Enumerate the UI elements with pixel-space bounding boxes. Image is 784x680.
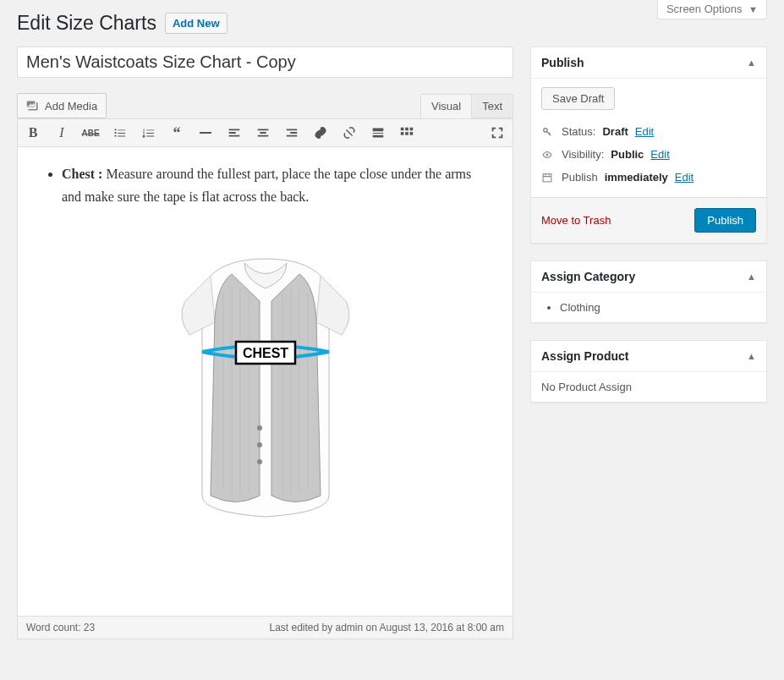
- svg-rect-2: [405, 128, 408, 131]
- post-title-input[interactable]: [17, 47, 513, 78]
- bullet-list-button[interactable]: [111, 124, 128, 141]
- product-empty-text: No Product Assign: [541, 381, 632, 393]
- unlink-button[interactable]: [341, 124, 358, 141]
- align-right-button[interactable]: [283, 124, 300, 141]
- svg-rect-3: [410, 128, 414, 131]
- tab-visual[interactable]: Visual: [420, 94, 472, 118]
- page-header: Edit Size Charts Add New: [17, 0, 767, 35]
- category-item: Clothing: [560, 301, 756, 314]
- add-media-label: Add Media: [45, 100, 97, 112]
- word-count: Word count: 23: [26, 622, 95, 633]
- chevron-up-icon: ▲: [747, 351, 756, 361]
- product-box: Assign Product ▲ No Product Assign: [530, 340, 767, 403]
- product-box-header[interactable]: Assign Product ▲: [531, 341, 766, 372]
- screen-options-toggle[interactable]: Screen Options ▼: [657, 0, 767, 19]
- content-line: Chest : Measure around the fullest part,…: [62, 162, 489, 208]
- image-label-text: CHEST: [242, 346, 288, 360]
- align-left-button[interactable]: [226, 124, 243, 141]
- page-title: Edit Size Charts: [17, 12, 156, 35]
- svg-rect-0: [200, 132, 211, 134]
- category-box: Assign Category ▲ Clothing: [530, 260, 767, 323]
- edit-visibility-link[interactable]: Edit: [650, 148, 669, 161]
- numbered-list-button[interactable]: [140, 124, 156, 141]
- category-box-header[interactable]: Assign Category ▲: [531, 261, 766, 293]
- content-editor[interactable]: Chest : Measure around the fullest part,…: [17, 147, 513, 617]
- schedule-row: Publish immediately Edit: [541, 166, 756, 189]
- status-row: Status: Draft Edit: [541, 120, 756, 143]
- editor-toolbar: B I ABE “: [17, 118, 513, 147]
- publish-box-header[interactable]: Publish ▲: [531, 47, 766, 79]
- hr-button[interactable]: [197, 124, 214, 141]
- svg-point-9: [257, 459, 262, 464]
- calendar-icon: [541, 172, 555, 184]
- strikethrough-button[interactable]: ABE: [82, 124, 99, 141]
- media-icon: [26, 99, 40, 112]
- move-to-trash-link[interactable]: Move to Trash: [541, 214, 611, 227]
- edit-status-link[interactable]: Edit: [635, 125, 654, 138]
- content-image: CHEST: [41, 242, 489, 521]
- chevron-up-icon: ▲: [747, 58, 756, 68]
- italic-button[interactable]: I: [53, 124, 70, 141]
- more-tag-button[interactable]: [370, 124, 387, 141]
- publish-box: Publish ▲ Save Draft Status: Draft Edit …: [530, 47, 767, 244]
- toolbar-toggle-button[interactable]: [398, 124, 415, 141]
- tab-text[interactable]: Text: [472, 94, 513, 118]
- editor-mode-tabs: Visual Text: [420, 94, 513, 118]
- fullscreen-button[interactable]: [489, 124, 506, 141]
- svg-rect-5: [405, 132, 408, 135]
- publish-box-title: Publish: [541, 56, 584, 69]
- screen-options-label: Screen Options: [666, 3, 743, 15]
- content-text: Measure around the fullest part, place t…: [62, 167, 471, 204]
- visibility-row: Visibility: Public Edit: [541, 143, 756, 166]
- add-media-button[interactable]: Add Media: [17, 93, 107, 118]
- save-draft-button[interactable]: Save Draft: [541, 87, 615, 110]
- editor-status-bar: Word count: 23 Last edited by admin on A…: [17, 617, 513, 639]
- bold-button[interactable]: B: [25, 124, 41, 141]
- blockquote-button[interactable]: “: [168, 124, 185, 141]
- last-edited: Last edited by admin on August 13, 2016 …: [269, 622, 504, 633]
- svg-point-8: [257, 442, 262, 447]
- align-center-button[interactable]: [255, 124, 271, 141]
- publish-button[interactable]: Publish: [694, 208, 756, 233]
- category-box-title: Assign Category: [541, 270, 635, 283]
- add-new-button[interactable]: Add New: [165, 13, 228, 34]
- product-box-title: Assign Product: [541, 349, 628, 363]
- svg-rect-13: [543, 173, 551, 181]
- svg-rect-4: [401, 132, 404, 135]
- link-button[interactable]: [312, 124, 329, 141]
- svg-rect-6: [410, 132, 414, 135]
- svg-point-7: [257, 425, 262, 430]
- key-icon: [541, 126, 555, 138]
- eye-icon: [541, 149, 555, 161]
- svg-point-12: [546, 153, 549, 156]
- chevron-down-icon: ▼: [748, 4, 758, 14]
- content-bold-label: Chest :: [62, 167, 102, 181]
- edit-schedule-link[interactable]: Edit: [675, 171, 694, 184]
- svg-rect-1: [401, 128, 404, 131]
- chevron-up-icon: ▲: [747, 271, 756, 282]
